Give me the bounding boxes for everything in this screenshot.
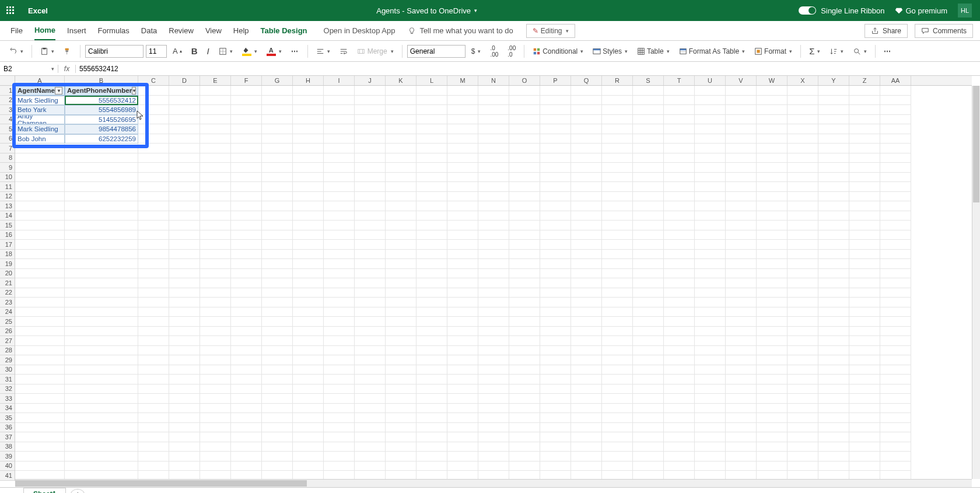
cell[interactable] (324, 413, 355, 423)
sheet-tab[interactable]: Sheet1 (23, 488, 66, 493)
cell[interactable] (355, 86, 386, 96)
cell[interactable] (849, 250, 880, 260)
cell[interactable] (416, 307, 447, 317)
cell[interactable] (757, 278, 788, 288)
cell[interactable] (65, 461, 138, 471)
cell[interactable] (726, 384, 757, 394)
cell[interactable] (664, 250, 695, 260)
cell[interactable] (262, 105, 293, 115)
cell[interactable] (416, 432, 447, 442)
cell[interactable] (726, 452, 757, 461)
cell[interactable] (138, 115, 169, 125)
cell[interactable] (65, 327, 138, 337)
cell[interactable] (355, 201, 386, 211)
cell[interactable] (169, 153, 200, 163)
cell[interactable] (386, 230, 416, 240)
cell[interactable] (880, 163, 911, 173)
cell[interactable] (447, 144, 478, 153)
cell[interactable] (664, 298, 695, 307)
cell[interactable] (138, 365, 169, 375)
cell[interactable] (726, 327, 757, 337)
italic-button[interactable]: I (204, 44, 213, 58)
cell[interactable] (200, 461, 231, 471)
cell[interactable] (788, 404, 818, 414)
row-header[interactable]: 35 (0, 413, 15, 423)
conditional-formatting-button[interactable]: Conditional▾ (529, 46, 587, 57)
cell[interactable] (633, 442, 664, 452)
cell[interactable] (293, 404, 324, 414)
cell[interactable] (138, 461, 169, 471)
cell[interactable] (818, 240, 849, 250)
cell[interactable] (509, 298, 540, 307)
cell[interactable] (231, 211, 262, 221)
cell[interactable] (788, 307, 818, 317)
cell[interactable] (138, 124, 169, 134)
cell[interactable] (416, 105, 447, 115)
cell[interactable] (231, 442, 262, 452)
cell[interactable] (726, 423, 757, 433)
cell[interactable] (602, 96, 633, 106)
row-header[interactable]: 36 (0, 423, 15, 433)
cell[interactable] (633, 375, 664, 384)
cell[interactable] (571, 192, 602, 202)
cell[interactable] (818, 250, 849, 260)
cell[interactable] (169, 384, 200, 394)
cell[interactable] (757, 96, 788, 106)
cell[interactable] (324, 346, 355, 356)
cell[interactable] (757, 134, 788, 144)
cell[interactable] (355, 269, 386, 279)
cell[interactable] (262, 86, 293, 96)
cell[interactable] (169, 259, 200, 269)
cell[interactable] (880, 86, 911, 96)
cell[interactable] (509, 115, 540, 125)
cell[interactable] (324, 288, 355, 298)
cell[interactable] (602, 404, 633, 414)
cell[interactable] (788, 413, 818, 423)
cell[interactable] (169, 105, 200, 115)
cell[interactable] (262, 221, 293, 230)
font-size-input[interactable] (146, 45, 167, 58)
cell[interactable] (65, 375, 138, 384)
cell[interactable] (478, 307, 509, 317)
row-header[interactable]: 10 (0, 173, 15, 183)
cell[interactable] (386, 461, 416, 471)
cell[interactable] (880, 221, 911, 230)
cell[interactable] (664, 423, 695, 433)
cell[interactable] (540, 163, 571, 173)
cell[interactable] (788, 240, 818, 250)
cell[interactable] (65, 365, 138, 375)
cell[interactable] (262, 124, 293, 134)
cell[interactable] (293, 115, 324, 125)
cell[interactable] (200, 86, 231, 96)
cell[interactable] (15, 442, 65, 452)
cell[interactable] (231, 86, 262, 96)
cell[interactable] (15, 394, 65, 404)
cell[interactable] (200, 163, 231, 173)
cell[interactable] (478, 153, 509, 163)
cell[interactable] (416, 278, 447, 288)
cell[interactable] (200, 327, 231, 337)
cell[interactable] (416, 259, 447, 269)
cell[interactable] (169, 163, 200, 173)
cell[interactable] (200, 105, 231, 115)
cell[interactable] (664, 384, 695, 394)
cell[interactable] (416, 346, 447, 356)
cell[interactable] (355, 163, 386, 173)
cell[interactable] (355, 96, 386, 106)
cell[interactable] (757, 442, 788, 452)
cell[interactable] (478, 288, 509, 298)
cell[interactable] (571, 134, 602, 144)
cell[interactable] (355, 452, 386, 461)
cell[interactable] (231, 259, 262, 269)
cell[interactable] (633, 153, 664, 163)
cell[interactable] (324, 173, 355, 183)
cell[interactable] (849, 452, 880, 461)
cell[interactable] (880, 384, 911, 394)
cell[interactable] (880, 365, 911, 375)
cell[interactable] (324, 259, 355, 269)
cell[interactable] (447, 278, 478, 288)
cell[interactable] (602, 211, 633, 221)
cell[interactable] (416, 336, 447, 346)
cell[interactable] (355, 394, 386, 404)
cell[interactable] (416, 298, 447, 307)
